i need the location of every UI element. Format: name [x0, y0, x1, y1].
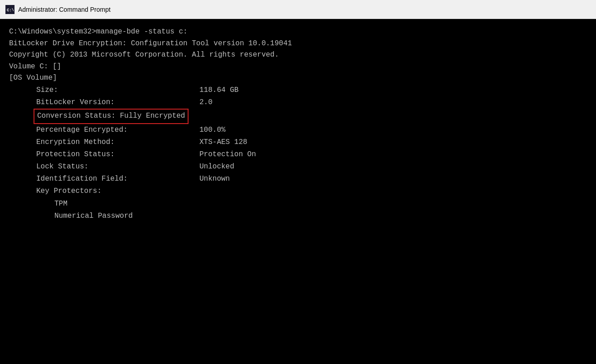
conversion-status-highlight: Conversion Status: Fully Encrypted [34, 109, 189, 124]
protection-status-value: Protection On [199, 148, 256, 161]
tpm-row: TPM [36, 198, 587, 210]
encryption-method-label: Encryption Method: [36, 136, 199, 148]
window-title: Administrator: Command Prompt [18, 6, 111, 13]
percentage-value: 100.0% [199, 124, 226, 136]
conversion-status-label: Conversion Status: [37, 112, 120, 120]
protection-status-label: Protection Status: [36, 148, 199, 161]
size-row: Size: 118.64 GB [36, 84, 587, 96]
numerical-password-row: Numerical Password [36, 210, 587, 222]
title-bar: C:\ Administrator: Command Prompt [0, 0, 596, 19]
size-label: Size: [36, 84, 199, 96]
bitlocker-version-line: BitLocker Drive Encryption: Configuratio… [9, 38, 587, 50]
percentage-row: Percentage Encrypted: 100.0% [36, 124, 587, 136]
size-value: 118.64 GB [199, 84, 238, 96]
tpm-value: TPM [54, 198, 68, 210]
bitlocker-version-value: 2.0 [199, 96, 213, 109]
numerical-password-value: Numerical Password [54, 210, 133, 222]
bitlocker-version-row: BitLocker Version: 2.0 [36, 96, 587, 109]
protection-status-row: Protection Status: Protection On [36, 148, 587, 161]
lock-status-row: Lock Status: Unlocked [36, 161, 587, 173]
info-table: Size: 118.64 GB BitLocker Version: 2.0 C… [9, 84, 587, 222]
key-protectors-label: Key Protectors: [36, 185, 199, 197]
lock-status-value: Unlocked [199, 161, 234, 173]
prompt-line: C:\Windows\system32>manage-bde -status c… [9, 26, 587, 38]
conversion-status-row: Conversion Status: Fully Encrypted [36, 109, 587, 124]
cmd-icon: C:\ [5, 5, 15, 14]
identification-field-label: Identification Field: [36, 173, 199, 185]
lock-status-label: Lock Status: [36, 161, 199, 173]
key-protectors-row: Key Protectors: [36, 185, 587, 197]
volume-header: Volume C: [] [9, 61, 587, 73]
identification-field-value: Unknown [199, 173, 230, 185]
identification-field-row: Identification Field: Unknown [36, 173, 587, 185]
encryption-method-value: XTS-AES 128 [199, 136, 247, 148]
bitlocker-version-label: BitLocker Version: [36, 96, 199, 109]
terminal-body[interactable]: C:\Windows\system32>manage-bde -status c… [0, 19, 596, 364]
encryption-method-row: Encryption Method: XTS-AES 128 [36, 136, 587, 148]
volume-type: [OS Volume] [9, 72, 587, 84]
copyright-line: Copyright (C) 2013 Microsoft Corporation… [9, 49, 587, 61]
cmd-window: C:\ Administrator: Command Prompt C:\Win… [0, 0, 596, 364]
conversion-status-value: Fully Encrypted [120, 112, 185, 120]
percentage-label: Percentage Encrypted: [36, 124, 199, 136]
svg-text:C:\: C:\ [7, 8, 14, 13]
